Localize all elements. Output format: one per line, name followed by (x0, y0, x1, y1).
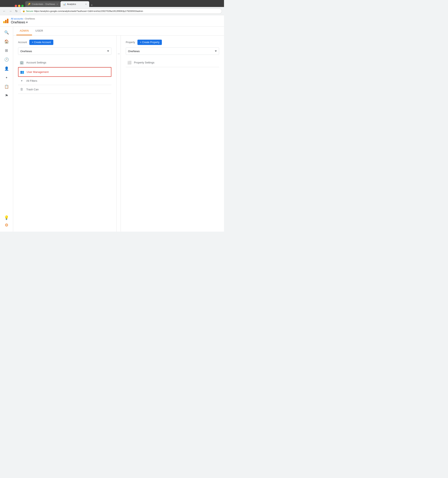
tab-label-analytics: Analytics (67, 3, 76, 5)
sidebar-nav: 🔍 🏠 ⊞ 🕐 👤 ✦ 📋 (0, 27, 13, 232)
account-settings-label: Account Settings (26, 61, 46, 64)
forward-button[interactable]: → (8, 9, 13, 13)
refresh-button[interactable]: ↻ (14, 9, 18, 13)
property-dropdown[interactable]: OneNews (126, 47, 219, 55)
sidebar-item-behavior[interactable]: 📋 (2, 82, 11, 91)
address-bar-row: ← → ↻ 🔒 Secure https://analytics.google.… (0, 7, 224, 15)
back-button[interactable]: ← (2, 9, 6, 13)
tab-favicon-credentials: 🔑 (28, 3, 31, 6)
account-name: OneNews ▾ (11, 20, 35, 24)
property-settings-label: Property Settings (134, 61, 154, 64)
sidebar-item-conversions[interactable]: ⚑ (2, 92, 11, 100)
browser-window: 🔑 Credentials - OneNews ✕ 📊 Analytics ✕ … (0, 0, 224, 232)
all-filters-label: All Filters (26, 79, 37, 82)
tab-label-credentials: Credentials - OneNews (32, 3, 55, 5)
settings-button[interactable]: ⚙ (4, 222, 9, 228)
column-divider: → (117, 36, 121, 232)
property-column: Property + Create Property OneNews ⬜ Pro… (121, 36, 224, 232)
content-area: ADMIN USER Account + Create Account OneN… (13, 27, 224, 232)
account-column: Account + Create Account OneNews 🏢 Accou… (13, 36, 117, 232)
create-property-button[interactable]: + Create Property (137, 40, 162, 45)
account-dropdown-icon[interactable]: ▾ (26, 20, 28, 24)
sidebar-item-customization[interactable]: ⊞ (2, 46, 11, 55)
app-container: All accounts › OneNews OneNews ▾ 🔍 🏠 (0, 15, 224, 232)
tab-close-credentials[interactable]: ✕ (56, 3, 58, 5)
filter-icon: ▼ (20, 79, 24, 82)
sidebar-item-audience[interactable]: 👤 (2, 64, 11, 73)
account-column-header: Account + Create Account (18, 40, 111, 45)
account-dropdown[interactable]: OneNews (18, 47, 111, 55)
whats-new-button[interactable]: 💡 (3, 214, 10, 221)
sidebar-item-realtime[interactable]: 🕐 (2, 56, 11, 64)
search-icon: 🔍 (4, 30, 9, 35)
breadcrumb-top: All accounts › OneNews (11, 18, 35, 20)
person-icon: 👤 (4, 66, 9, 71)
building-icon: 🏢 (20, 61, 24, 64)
close-window-btn[interactable] (15, 5, 17, 7)
admin-content: Account + Create Account OneNews 🏢 Accou… (13, 36, 224, 232)
user-management-label: User Management (27, 70, 49, 74)
app-header: All accounts › OneNews OneNews ▾ (0, 15, 224, 27)
property-label: Property (126, 41, 135, 44)
trash-can-item[interactable]: 🗑 Trash Can (18, 85, 111, 94)
account-label: Account (18, 41, 27, 44)
arrow-icon: → (117, 52, 120, 56)
app-body: 🔍 🏠 ⊞ 🕐 👤 ✦ 📋 (0, 27, 224, 232)
user-management-item[interactable]: 👥 User Management (18, 67, 111, 77)
clock-icon: 🕐 (4, 57, 9, 62)
minimize-window-btn[interactable] (18, 5, 20, 7)
new-tab-button[interactable]: + (89, 3, 94, 7)
trash-icon: 🗑 (20, 88, 24, 91)
tab-analytics[interactable]: 📊 Analytics ✕ (61, 1, 89, 7)
all-filters-item[interactable]: ▼ All Filters (18, 77, 111, 85)
flag-icon: ⚑ (5, 94, 8, 98)
tab-user[interactable]: USER (32, 27, 46, 35)
tab-favicon-analytics: 📊 (63, 3, 66, 6)
nav-bottom: 💡 ⚙ (3, 214, 10, 230)
add-widget-icon: ⊞ (5, 48, 8, 53)
address-bar[interactable]: 🔒 Secure https://analytics.google.com/an… (20, 8, 222, 14)
property-icon: ⬜ (127, 61, 131, 64)
create-account-button[interactable]: + Create Account (29, 40, 53, 45)
breadcrumb-area: All accounts › OneNews OneNews ▾ (11, 18, 35, 24)
property-settings-item[interactable]: ⬜ Property Settings (126, 58, 219, 67)
browser-tabs-bar: 🔑 Credentials - OneNews ✕ 📊 Analytics ✕ … (0, 0, 224, 7)
traffic-lights (15, 5, 24, 7)
ga-logo (3, 19, 8, 23)
admin-user-tabs: ADMIN USER (13, 27, 224, 36)
url-text: https://analytics.google.com/analytics/w… (34, 10, 143, 12)
acquisition-icon: ✦ (5, 76, 8, 79)
property-column-header: Property + Create Property (126, 40, 219, 45)
sidebar-item-acquisition[interactable]: ✦ (2, 74, 11, 82)
users-icon: 👥 (20, 70, 24, 74)
maximize-window-btn[interactable] (21, 5, 24, 7)
sidebar-item-home[interactable]: 🏠 (2, 37, 11, 46)
secure-icon: 🔒 (22, 10, 25, 12)
trash-can-label: Trash Can (26, 88, 39, 91)
behavior-icon: 📋 (4, 84, 9, 89)
sidebar-item-search[interactable]: 🔍 (2, 28, 11, 37)
tab-credentials[interactable]: 🔑 Credentials - OneNews ✕ (25, 1, 61, 7)
tab-admin[interactable]: ADMIN (16, 27, 32, 35)
secure-label: Secure (26, 10, 33, 12)
tab-close-analytics[interactable]: ✕ (85, 3, 87, 5)
account-settings-item[interactable]: 🏢 Account Settings (18, 58, 111, 67)
all-accounts-link[interactable]: All accounts (11, 18, 23, 20)
home-icon: 🏠 (4, 39, 9, 44)
